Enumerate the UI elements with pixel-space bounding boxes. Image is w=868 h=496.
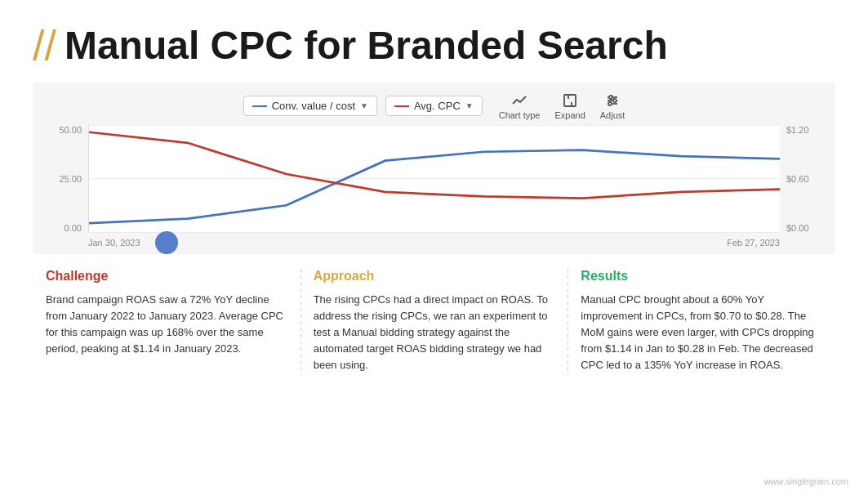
svg-rect-0 <box>564 95 576 106</box>
chart-area <box>88 125 780 233</box>
adjust-button[interactable]: Adjust <box>600 92 625 120</box>
y-label-0: 0.00 <box>46 223 82 233</box>
red-line-indicator <box>394 105 409 107</box>
bottom-section: Challenge Brand campaign ROAS saw a 72% … <box>33 269 835 374</box>
svg-point-5 <box>613 99 617 102</box>
y-axis-left: 50.00 25.00 0.00 <box>46 125 85 233</box>
conv-value-cost-label: Conv. value / cost <box>272 100 355 112</box>
avg-cpc-button[interactable]: Avg. CPC ▼ <box>385 96 483 116</box>
blue-line-indicator <box>252 105 267 107</box>
page-title: Manual CPC for Branded Search <box>65 25 668 68</box>
chart-section: Conv. value / cost ▼ Avg. CPC ▼ Chart ty… <box>33 83 835 254</box>
chart-toolbar: Conv. value / cost ▼ Avg. CPC ▼ Chart ty… <box>46 92 822 120</box>
y-label-25: 25.00 <box>46 174 82 184</box>
results-title: Results <box>581 269 822 284</box>
expand-button[interactable]: Expand <box>554 92 585 120</box>
chart-type-button[interactable]: Chart type <box>499 92 541 120</box>
page-wrapper: // Manual CPC for Branded Search Conv. v… <box>0 0 868 496</box>
blue-circle-indicator <box>155 231 178 254</box>
adjust-label: Adjust <box>600 110 625 120</box>
svg-point-6 <box>608 102 612 105</box>
conv-value-cost-button[interactable]: Conv. value / cost ▼ <box>243 96 377 116</box>
approach-text: The rising CPCs had a direct impact on R… <box>314 292 555 374</box>
grid-line-bottom <box>89 232 780 233</box>
chevron-down-icon-2: ▼ <box>465 101 474 110</box>
y-label-1-20: $1.20 <box>786 125 822 135</box>
y-label-50: 50.00 <box>46 125 82 135</box>
chevron-down-icon: ▼ <box>360 101 368 110</box>
watermark: www.singlegrain.com <box>764 476 848 486</box>
chart-body: 50.00 25.00 0.00 $1.20 $0.60 $0.00 <box>46 125 822 248</box>
results-text: Manual CPC brought about a 60% YoY impro… <box>581 292 822 374</box>
y-label-0-00: $0.00 <box>786 223 822 233</box>
challenge-column: Challenge Brand campaign ROAS saw a 72% … <box>33 269 300 374</box>
header-slash: // <box>33 25 56 67</box>
challenge-text: Brand campaign ROAS saw a 72% YoY declin… <box>46 292 287 358</box>
header: // Manual CPC for Branded Search <box>33 25 835 68</box>
expand-label: Expand <box>554 110 585 120</box>
approach-column: Approach The rising CPCs had a direct im… <box>300 269 568 374</box>
svg-point-4 <box>609 96 612 99</box>
chart-type-label: Chart type <box>499 110 541 120</box>
x-axis-labels: Jan 30, 2023 Feb 27, 2023 <box>88 238 780 248</box>
approach-title: Approach <box>314 269 555 284</box>
x-label-jan: Jan 30, 2023 <box>88 238 140 248</box>
avg-cpc-label: Avg. CPC <box>414 100 461 112</box>
y-label-0-60: $0.60 <box>786 174 822 184</box>
chart-svg <box>89 125 780 232</box>
chart-icon-group: Chart type Expand <box>499 92 625 120</box>
x-label-feb: Feb 27, 2023 <box>727 238 780 248</box>
results-column: Results Manual CPC brought about a 60% Y… <box>568 269 835 374</box>
challenge-title: Challenge <box>46 269 287 284</box>
y-axis-right: $1.20 $0.60 $0.00 <box>783 125 822 233</box>
